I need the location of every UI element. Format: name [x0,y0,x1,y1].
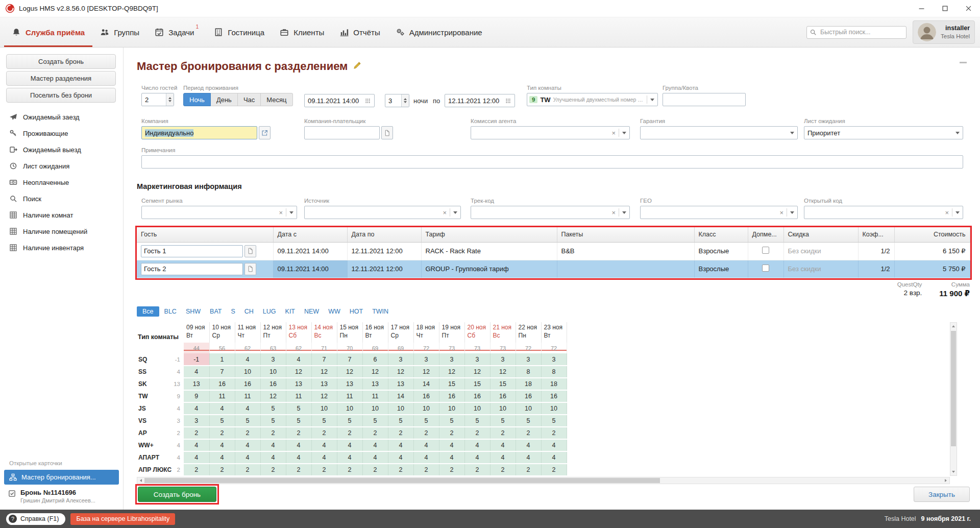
chevron-down-icon[interactable] [790,132,794,134]
availability-cell[interactable]: 3 [490,353,516,366]
room-filter-tab-S[interactable]: S [227,306,239,317]
quick-search-input[interactable] [806,26,906,39]
availability-cell[interactable]: 2 [311,427,337,439]
chevron-down-icon[interactable] [790,211,794,214]
availability-cell[interactable]: 10 [260,366,286,378]
open-card-booking-wizard[interactable]: Мастер бронирования... [4,470,119,485]
availability-cell[interactable]: 2 [388,427,413,439]
availability-cell[interactable]: 12 [337,366,362,378]
availability-cell[interactable]: 4 [235,451,260,464]
availability-cell[interactable]: 5 [413,415,439,427]
availability-cell[interactable]: 4 [235,353,260,366]
availability-cell[interactable]: 4 [260,439,286,451]
chevron-down-icon[interactable] [289,211,293,214]
maximize-button[interactable] [933,0,957,17]
availability-cell[interactable]: 2 [541,464,567,476]
availability-cell[interactable]: 4 [260,451,286,464]
chevron-down-icon[interactable] [955,132,960,134]
guest-card-icon[interactable] [244,263,256,275]
company-input[interactable]: Индивидуально [141,126,257,139]
availability-cell[interactable]: 4 [464,439,490,451]
availability-cell[interactable]: 10 [516,402,541,415]
availability-cell[interactable]: 6 [362,353,388,366]
availability-cell[interactable]: 2 [209,427,235,439]
availability-cell[interactable]: 2 [490,464,516,476]
availability-cell[interactable]: 16 [490,390,516,402]
open-company-card-button[interactable] [259,126,271,139]
availability-cell[interactable]: 2 [184,464,209,476]
availability-cell[interactable]: 5 [209,415,235,427]
availability-cell[interactable]: 11 [286,390,311,402]
sidebar-item-expected-departure[interactable]: Ожидаемый выезд [0,141,123,158]
period-option-День[interactable]: День [211,93,238,106]
availability-cell[interactable]: 10 [541,402,567,415]
availability-cell[interactable]: 5 [490,415,516,427]
availability-cell[interactable]: 8 [516,366,541,378]
marketing-source-combo[interactable]: × [304,206,461,219]
sidebar-item-inhouse[interactable]: Проживающие [0,125,123,141]
nights-count-stepper[interactable]: 3 [385,94,409,107]
sidebar-item-waitlist[interactable]: Лист ожидания [0,158,123,174]
clear-icon[interactable]: × [608,209,617,217]
availability-cell[interactable]: 15 [439,378,464,390]
availability-cell[interactable]: 10 [413,402,439,415]
availability-cell[interactable]: 4 [337,451,362,464]
availability-cell[interactable]: 4 [209,451,235,464]
chevron-down-icon[interactable] [955,211,960,214]
availability-cell[interactable]: 2 [362,464,388,476]
availability-cell[interactable]: 2 [490,427,516,439]
availability-cell[interactable]: 4 [541,451,567,464]
availability-cell[interactable]: 5 [388,415,413,427]
room-filter-tab-Все[interactable]: Все [137,306,159,317]
availability-cell[interactable]: 10 [439,402,464,415]
chevron-down-icon[interactable] [622,211,626,214]
availability-cell[interactable]: 2 [464,427,490,439]
availability-cell[interactable]: 10 [490,402,516,415]
availability-cell[interactable]: 2 [209,464,235,476]
availability-cell[interactable]: 16 [209,378,235,390]
availability-cell[interactable]: 4 [516,439,541,451]
availability-cell[interactable]: 2 [413,464,439,476]
payer-doc-icon[interactable] [381,126,393,139]
room-filter-tab-NEW[interactable]: NEW [300,306,323,317]
extra-bed-checkbox[interactable] [762,265,769,272]
availability-cell[interactable]: 4 [464,451,490,464]
availability-cell[interactable]: 2 [541,427,567,439]
payer-company-input[interactable] [304,126,380,139]
availability-cell[interactable]: 3 [439,353,464,366]
sidebar-button-checkin-no-booking[interactable]: Поселить без брони [6,88,116,103]
availability-cell[interactable]: 2 [235,464,260,476]
minimize-button[interactable] [910,0,933,17]
availability-cell[interactable]: 10 [337,402,362,415]
availability-cell[interactable]: 2 [286,464,311,476]
availability-cell[interactable]: 16 [464,390,490,402]
availability-cell[interactable]: 4 [362,439,388,451]
availability-cell[interactable]: 3 [260,353,286,366]
clear-icon[interactable]: × [608,129,617,137]
availability-cell[interactable]: 11 [209,390,235,402]
availability-cell[interactable]: 11 [362,390,388,402]
availability-cell[interactable]: 11 [235,390,260,402]
availability-cell[interactable]: 4 [388,451,413,464]
chevron-down-icon[interactable] [453,211,457,214]
room-filter-tab-BAT[interactable]: BAT [206,306,226,317]
waitlist-combo[interactable]: Приоритет [804,126,963,139]
availability-cell[interactable]: 5 [311,415,337,427]
availability-cell[interactable]: 2 [184,427,209,439]
availability-cell[interactable]: 12 [311,366,337,378]
availability-cell[interactable]: 2 [260,427,286,439]
availability-cell[interactable]: 4 [286,451,311,464]
availability-cell[interactable]: 3 [388,353,413,366]
marketing-track-code-combo[interactable]: × [471,206,630,219]
date-to-input[interactable]: 12.11.2021 12:00 [445,94,515,107]
chevron-down-icon[interactable] [622,132,626,134]
sidebar-item-room-availability[interactable]: Наличие комнат [0,207,123,223]
tab-hotel[interactable]: Гостиница [206,17,272,47]
user-menu[interactable]: installer Tesla Hotel [913,20,975,44]
availability-cell[interactable]: 13 [337,378,362,390]
tab-groups[interactable]: Группы [92,17,147,47]
availability-cell[interactable]: 5 [439,415,464,427]
availability-cell[interactable]: 4 [490,451,516,464]
create-booking-button[interactable]: Создать бронь [138,487,216,502]
availability-cell[interactable]: 13 [311,378,337,390]
